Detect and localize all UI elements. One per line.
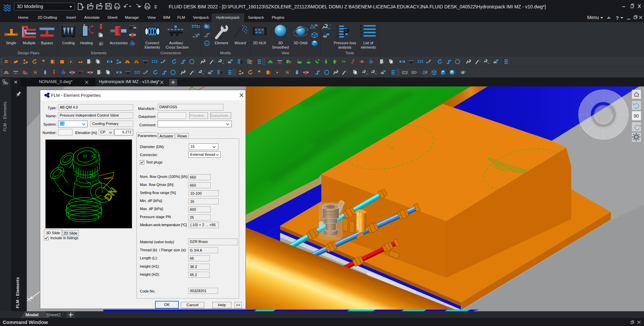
svg-text:?: ? bbox=[100, 43, 101, 46]
svg-text:P: P bbox=[343, 27, 350, 37]
svg-text:A: A bbox=[250, 61, 253, 64]
svg-text:90: 90 bbox=[634, 113, 639, 119]
svg-text:Model: Model bbox=[25, 312, 39, 317]
svg-text:?: ? bbox=[616, 15, 619, 21]
svg-text:×: × bbox=[336, 35, 338, 39]
svg-text:P: P bbox=[240, 60, 243, 64]
svg-text:90: 90 bbox=[206, 43, 208, 45]
svg-text:P: P bbox=[220, 71, 222, 75]
svg-text:Sheet2: Sheet2 bbox=[46, 312, 61, 317]
